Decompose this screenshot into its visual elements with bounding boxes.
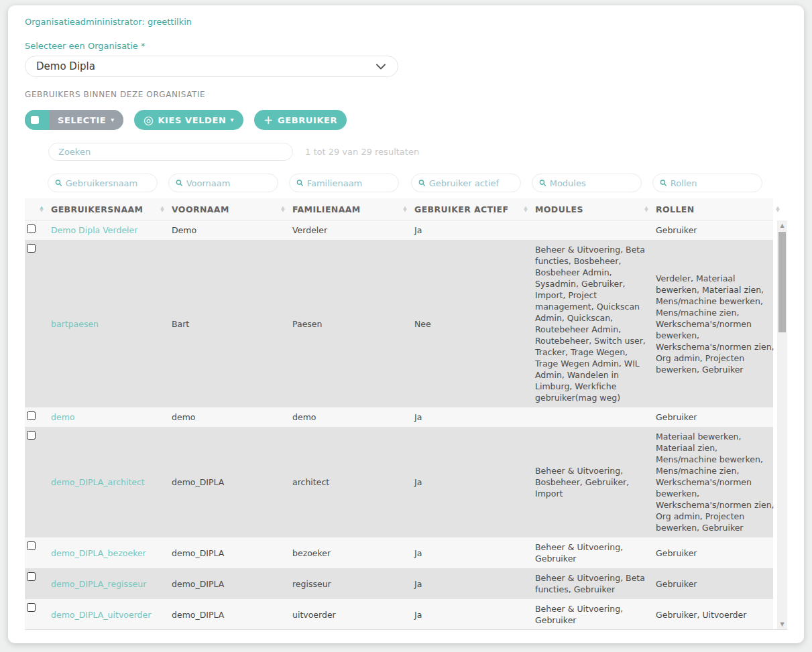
modules-cell: [532, 220, 652, 240]
modules-cell: [532, 407, 652, 427]
sort-icon[interactable]: ▲▼: [281, 206, 289, 212]
actief-cell: Ja: [411, 220, 532, 240]
modules-cell: Beheer & Uitvoering, Beta functies, Gebr…: [532, 568, 652, 599]
search-icon: [55, 179, 62, 187]
username-link[interactable]: demo_DIPLA_bezoeker: [48, 537, 168, 568]
selectie-label-segment[interactable]: SELECTIE ▾: [49, 110, 123, 130]
row-checkbox[interactable]: [27, 572, 36, 581]
modules-cell: Beheer & Uitvoering, Bosbeheer, Gebruike…: [532, 427, 652, 537]
sort-icon[interactable]: ▲▼: [403, 206, 411, 212]
organisation-select-value: Demo Dipla: [36, 60, 95, 72]
filter-gebruikersnaam-input[interactable]: [66, 178, 152, 188]
actief-cell: Ja: [411, 568, 532, 599]
actief-cell: Ja: [411, 407, 532, 427]
sort-icon[interactable]: ▲▼: [776, 206, 784, 212]
kies-velden-button[interactable]: ◎ KIES VELDEN ▾: [134, 110, 243, 130]
selectie-checkbox-segment[interactable]: [25, 110, 45, 130]
rollen-cell: Gebruiker: [652, 220, 784, 240]
username-link[interactable]: Demo Dipla Verdeler: [48, 220, 168, 240]
filter-modules-input[interactable]: [550, 178, 636, 188]
voornaam-cell: demo_DIPLA: [168, 537, 289, 568]
filter-voornaam[interactable]: [168, 174, 278, 192]
filter-rollen[interactable]: [652, 174, 762, 192]
modules-cell: Beheer & Uitvoering, Gebruiker: [532, 599, 652, 630]
add-gebruiker-button-label: GEBRUIKER: [278, 115, 337, 125]
header-gebruikersnaam[interactable]: GEBRUIKERSNAAM ▲▼: [48, 198, 168, 220]
table-row: demo demo demo Ja Gebruiker: [25, 407, 773, 427]
sort-icon[interactable]: ▲▼: [160, 206, 168, 212]
chevron-down-icon: [376, 60, 386, 72]
search-row: 1 tot 29 van 29 resultaten: [48, 143, 787, 161]
familienaam-cell: uitvoerder: [289, 599, 411, 630]
row-checkbox[interactable]: [27, 244, 36, 253]
select-org-label: Selecteer een Organisatie *: [25, 41, 787, 51]
rollen-cell: Materiaal bewerken, Materiaal zien, Mens…: [652, 427, 784, 537]
row-checkbox[interactable]: [27, 411, 36, 420]
filter-rollen-input[interactable]: [671, 178, 756, 188]
username-link[interactable]: demo_DIPLA_regisseur: [48, 568, 168, 599]
filter-gebruiker-actief-input[interactable]: [429, 178, 515, 188]
section-title: GEBRUIKERS BINNEN DEZE ORGANISATIE: [25, 90, 787, 99]
header-select-column: ▲▼: [25, 198, 48, 220]
voornaam-cell: demo_DIPLA: [168, 427, 289, 537]
header-voornaam[interactable]: VOORNAAM ▲▼: [168, 198, 289, 220]
filter-familienaam-input[interactable]: [307, 178, 393, 188]
sort-icon[interactable]: ▲▼: [524, 206, 532, 212]
table-row: bartpaesen Bart Paesen Nee Beheer & Uitv…: [25, 240, 773, 407]
rollen-cell: Gebruiker: [652, 568, 784, 599]
voornaam-cell: demo: [168, 407, 289, 427]
voornaam-cell: demo_DIPLA: [168, 599, 289, 630]
actief-cell: Ja: [411, 537, 532, 568]
row-checkbox[interactable]: [27, 224, 36, 233]
username-link[interactable]: demo_DIPLA_uitvoerder: [48, 599, 168, 630]
filter-gebruiker-actief[interactable]: [411, 174, 521, 192]
modules-cell: Beheer & Uitvoering, Beta functies, Bosb…: [532, 240, 652, 407]
eye-icon: ◎: [143, 115, 154, 126]
row-checkbox[interactable]: [27, 541, 36, 550]
familienaam-cell: bezoeker: [289, 537, 411, 568]
modules-cell: Beheer & Uitvoering, Gebruiker: [532, 537, 652, 568]
row-checkbox[interactable]: [27, 431, 36, 440]
vertical-scrollbar[interactable]: ▲ ▼: [777, 220, 787, 629]
caret-down-icon: ▾: [111, 117, 115, 123]
search-icon: [539, 179, 546, 187]
main-card: Organisatieadmininistrator: greettilkin …: [8, 5, 804, 643]
table-body: Demo Dipla Verdeler Demo Verdeler Ja Geb…: [25, 220, 787, 630]
table-row: demo_DIPLA_regisseur demo_DIPLA regisseu…: [25, 568, 773, 599]
familienaam-cell: demo: [289, 407, 411, 427]
filter-familienaam[interactable]: [289, 174, 399, 192]
search-input[interactable]: [48, 143, 293, 161]
familienaam-cell: Paesen: [289, 240, 411, 407]
selectie-button[interactable]: SELECTIE ▾: [25, 110, 123, 130]
username-link[interactable]: bartpaesen: [48, 240, 168, 407]
header-gebruiker-actief[interactable]: GEBRUIKER ACTIEF ▲▼: [411, 198, 532, 220]
table-row: demo_DIPLA_bezoeker demo_DIPLA bezoeker …: [25, 537, 773, 568]
plus-icon: +: [264, 115, 274, 126]
scroll-down-icon[interactable]: ▼: [780, 619, 784, 629]
scroll-up-icon[interactable]: ▲: [780, 220, 784, 231]
organisation-select[interactable]: Demo Dipla: [25, 56, 398, 77]
filter-gebruikersnaam[interactable]: [48, 174, 158, 192]
actief-cell: Ja: [411, 427, 532, 537]
table-row: Demo Dipla Verdeler Demo Verdeler Ja Geb…: [25, 220, 773, 240]
selectie-button-label: SELECTIE: [58, 115, 106, 125]
sort-icon[interactable]: ▲▼: [40, 206, 48, 212]
scrollbar-thumb[interactable]: [778, 232, 786, 332]
header-modules[interactable]: MODULES ▲▼: [532, 198, 652, 220]
username-link[interactable]: demo: [48, 407, 168, 427]
actief-cell: Nee: [411, 240, 532, 407]
filter-modules[interactable]: [532, 174, 642, 192]
username-link[interactable]: demo_DIPLA_architect: [48, 427, 168, 537]
row-checkbox[interactable]: [27, 603, 36, 612]
add-gebruiker-button[interactable]: + GEBRUIKER: [254, 110, 347, 130]
header-rollen[interactable]: ROLLEN ▲▼: [652, 198, 784, 220]
voornaam-cell: demo_DIPLA: [168, 568, 289, 599]
header-familienaam[interactable]: FAMILIENAAM ▲▼: [289, 198, 411, 220]
search-icon: [176, 179, 183, 187]
org-admin-label: Organisatieadmininistrator: greettilkin: [25, 17, 787, 27]
search-icon: [660, 179, 667, 187]
table-header: ▲▼ GEBRUIKERSNAAM ▲▼ VOORNAAM ▲▼ FAMILIE…: [25, 198, 773, 220]
filter-voornaam-input[interactable]: [186, 178, 272, 188]
results-count: 1 tot 29 van 29 resultaten: [305, 147, 419, 157]
sort-icon[interactable]: ▲▼: [644, 206, 652, 212]
